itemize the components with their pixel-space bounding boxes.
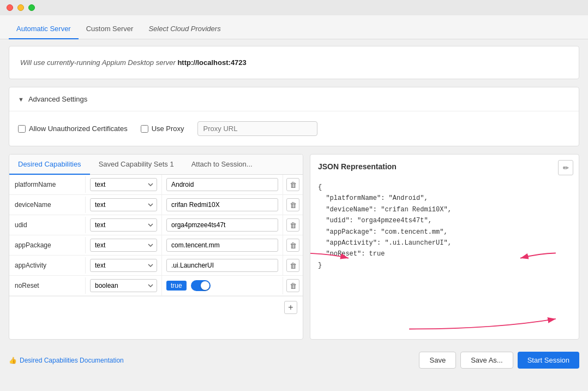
tab-cloud-providers[interactable]: Select Cloud Providers <box>141 19 228 39</box>
cap-name-udid: udid <box>9 217 86 233</box>
cap-del-noreset[interactable]: 🗑 <box>283 279 303 292</box>
cap-value-input-devicename[interactable] <box>166 198 278 211</box>
cap-type-udid[interactable]: textbooleannumber <box>86 215 162 235</box>
footer-buttons: Save Save As... Start Session <box>419 352 579 369</box>
json-panel: JSON Representation ✏ { "platformName": … <box>310 154 579 340</box>
cap-value-noreset[interactable]: true <box>162 277 283 294</box>
tab-automatic-server[interactable]: Automatic Server <box>9 19 79 39</box>
tab-custom-server[interactable]: Custom Server <box>79 19 141 39</box>
cap-type-select-devicename[interactable]: textbooleannumber <box>90 198 157 211</box>
add-capability-button[interactable]: + <box>284 301 297 314</box>
lower-area: Desired Capabilities Saved Capability Se… <box>9 154 579 340</box>
cap-name-devicename: deviceName <box>9 197 86 213</box>
left-panel: Desired Capabilities Saved Capability Se… <box>9 154 303 340</box>
cap-type-devicename[interactable]: textbooleannumber <box>86 195 162 215</box>
cap-name-appactivity: appActivity <box>9 257 86 274</box>
cap-value-udid[interactable] <box>162 215 283 235</box>
delete-noreset-button[interactable]: 🗑 <box>286 279 299 292</box>
cap-value-platformname[interactable] <box>162 175 283 194</box>
toggle-switch-noreset[interactable] <box>191 280 211 291</box>
cap-type-select-udid[interactable]: textbooleannumber <box>90 218 157 232</box>
close-button[interactable] <box>7 4 13 11</box>
capabilities-section: Desired Capabilities Saved Capability Se… <box>9 154 303 340</box>
docs-link-text: Desired Capabilities Documentation <box>20 357 124 364</box>
minimize-button[interactable] <box>17 4 24 11</box>
json-title: JSON Representation <box>318 162 571 171</box>
delete-devicename-button[interactable]: 🗑 <box>286 198 299 211</box>
proxy-url-input[interactable] <box>197 121 317 136</box>
table-row: udid textbooleannumber 🗑 <box>9 215 303 235</box>
allow-unauthorized-checkbox[interactable] <box>18 125 26 133</box>
titlebar <box>0 0 588 15</box>
use-proxy-text: Use Proxy <box>152 125 184 133</box>
cap-value-input-platformname[interactable] <box>166 178 278 191</box>
table-row: appPackage textbooleannumber 🗑 <box>9 235 303 256</box>
cap-del-appactivity[interactable]: 🗑 <box>283 259 303 272</box>
advanced-settings-title: Advanced Settings <box>28 95 87 103</box>
use-proxy-checkbox[interactable] <box>141 125 148 133</box>
cap-del-devicename[interactable]: 🗑 <box>283 198 303 211</box>
footer: 👍 Desired Capabilities Documentation Sav… <box>0 346 588 374</box>
save-button[interactable]: Save <box>419 352 456 369</box>
toggle-container-noreset: true <box>166 280 278 291</box>
tab-desired-capabilities[interactable]: Desired Capabilities <box>9 155 90 175</box>
json-edit-button[interactable]: ✏ <box>558 160 573 175</box>
cap-value-apppackage[interactable] <box>162 235 283 255</box>
advanced-settings-box: ▼ Advanced Settings Allow Unauthorized C… <box>9 87 579 146</box>
cap-name-platformname: platformName <box>9 176 86 193</box>
tab-saved-capability-sets[interactable]: Saved Capability Sets 1 <box>90 155 183 175</box>
allow-unauthorized-label[interactable]: Allow Unauthorized Certificates <box>18 125 128 133</box>
cap-del-apppackage[interactable]: 🗑 <box>283 239 303 252</box>
cap-type-select-appactivity[interactable]: textbooleannumber <box>90 259 157 272</box>
advanced-settings-body: Allow Unauthorized Certificates Use Prox… <box>9 111 579 146</box>
maximize-button[interactable] <box>28 4 35 11</box>
cap-type-select-platformname[interactable]: textbooleannumber <box>90 178 157 191</box>
server-info-text: Will use currently-running Appium Deskto… <box>20 58 177 67</box>
table-row: platformName textbooleannumber 🗑 <box>9 175 303 195</box>
cap-type-apppackage[interactable]: textbooleannumber <box>86 235 162 255</box>
thumbs-up-icon: 👍 <box>9 357 17 364</box>
tab-attach-to-session[interactable]: Attach to Session... <box>183 155 261 175</box>
cap-type-appactivity[interactable]: textbooleannumber <box>86 256 162 275</box>
docs-link[interactable]: 👍 Desired Capabilities Documentation <box>9 357 124 364</box>
cap-value-input-udid[interactable] <box>166 218 278 232</box>
cap-name-noreset: noReset <box>9 277 86 294</box>
delete-apppackage-button[interactable]: 🗑 <box>286 239 299 252</box>
start-session-button[interactable]: Start Session <box>518 352 579 369</box>
table-row: noReset textbooleannumber true 🗑 <box>9 276 303 296</box>
cap-name-apppackage: appPackage <box>9 237 86 253</box>
cap-value-appactivity[interactable] <box>162 256 283 275</box>
cap-type-select-noreset[interactable]: textbooleannumber <box>90 279 157 292</box>
main-tabs: Automatic Server Custom Server Select Cl… <box>0 15 588 39</box>
advanced-settings-toggle[interactable]: ▼ Advanced Settings <box>9 87 579 111</box>
cap-type-noreset[interactable]: textbooleannumber <box>86 276 162 295</box>
main-content: Will use currently-running Appium Deskto… <box>0 39 588 346</box>
cap-value-input-apppackage[interactable] <box>166 239 278 252</box>
toggle-label-noreset: true <box>166 281 187 291</box>
delete-udid-button[interactable]: 🗑 <box>286 218 299 232</box>
save-as-button[interactable]: Save As... <box>460 352 513 369</box>
use-proxy-label[interactable]: Use Proxy <box>141 125 184 133</box>
cap-del-udid[interactable]: 🗑 <box>283 218 303 232</box>
cap-type-select-apppackage[interactable]: textbooleannumber <box>90 239 157 252</box>
cap-del-platformname[interactable]: 🗑 <box>283 178 303 191</box>
json-content: { "platformName": "Android", "deviceName… <box>318 177 571 275</box>
add-row-area: + <box>9 296 303 318</box>
cap-type-platformname[interactable]: textbooleannumber <box>86 175 162 194</box>
cap-value-input-appactivity[interactable] <box>166 259 278 272</box>
capability-tabs: Desired Capabilities Saved Capability Se… <box>9 155 303 175</box>
server-url: http://localhost:4723 <box>177 58 246 67</box>
delete-platformname-button[interactable]: 🗑 <box>286 178 299 191</box>
chevron-down-icon: ▼ <box>18 96 24 103</box>
table-row: deviceName textbooleannumber 🗑 <box>9 195 303 215</box>
server-info-box: Will use currently-running Appium Deskto… <box>9 46 579 79</box>
allow-unauthorized-text: Allow Unauthorized Certificates <box>29 125 128 133</box>
cap-value-devicename[interactable] <box>162 195 283 215</box>
delete-appactivity-button[interactable]: 🗑 <box>286 259 299 272</box>
table-row: appActivity textbooleannumber 🗑 <box>9 256 303 276</box>
